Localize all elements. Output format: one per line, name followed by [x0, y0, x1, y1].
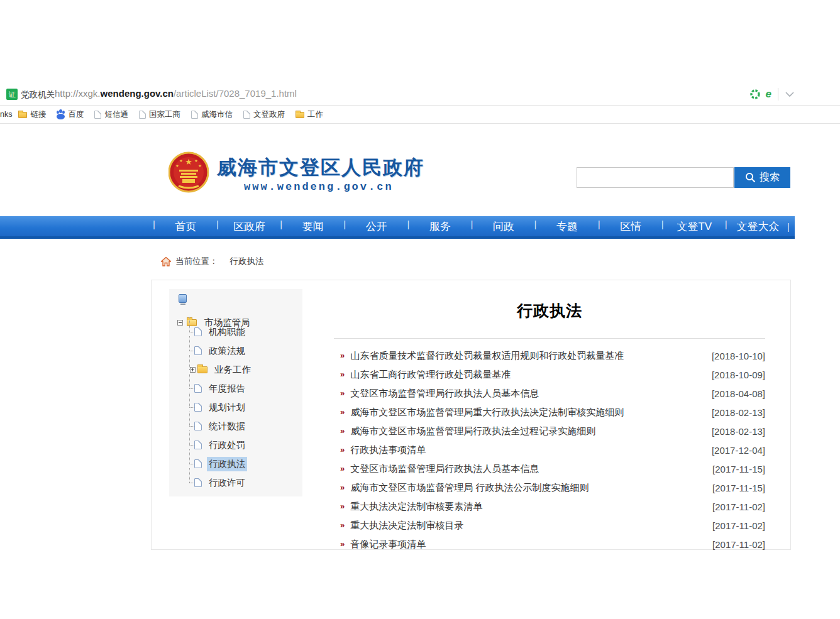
arrow-bullet-icon: [340, 520, 345, 530]
article-title-link[interactable]: 文登区市场监督管理局行政执法人员基本信息: [350, 388, 712, 400]
article-row: 行政执法事项清单 [2017-12-04]: [334, 441, 765, 459]
tree-connector: [185, 398, 194, 417]
article-list: 山东省质量技术监督行政处罚裁量权适用规则和行政处罚裁量基准 [2018-10-1…: [334, 346, 765, 554]
article-title-link[interactable]: 重大执法决定法制审核要素清单: [350, 501, 712, 513]
bookmark-label: 工作: [307, 109, 323, 120]
tree-connector: [185, 473, 194, 492]
nav-item[interactable]: 问政: [472, 216, 535, 236]
article-title-link[interactable]: 威海市文登区市场监督管理局行政执法全过程记录实施细则: [350, 425, 712, 437]
bookmark-item[interactable]: 威海市信: [191, 109, 233, 120]
address-bar-icons: e: [749, 88, 795, 101]
article-title-link[interactable]: 文登区市场监督管理局行政执法人员基本信息: [350, 463, 712, 475]
bookmark-item[interactable]: 短信通: [94, 109, 128, 120]
bookmark-label: 文登政府: [253, 109, 285, 120]
article-title-link[interactable]: 山东省质量技术监督行政处罚裁量权适用规则和行政处罚裁量基准: [350, 350, 712, 362]
breadcrumb-current[interactable]: 行政执法: [230, 256, 264, 267]
expand-plus-icon[interactable]: [190, 367, 196, 373]
article-date: [2018-02-13]: [712, 407, 765, 418]
bookmark-label: 百度: [68, 109, 84, 120]
article-title-link[interactable]: 威海市文登区市场监督管理局 行政执法公示制度实施细则: [350, 482, 712, 494]
bookmark-label: 威海市信: [201, 109, 233, 120]
bookmark-label: 链接: [30, 109, 46, 120]
nav-item[interactable]: 文登TV: [663, 216, 726, 236]
nav-item-label: 文登TV: [677, 219, 712, 234]
nav-item[interactable]: 公开: [345, 216, 408, 236]
article-date: [2017-11-02]: [712, 520, 765, 531]
nav-item[interactable]: 要闻: [281, 216, 345, 236]
computer-root-icon[interactable]: [179, 294, 187, 303]
nav-item[interactable]: 文登大众: [726, 216, 790, 236]
search-button[interactable]: 搜索: [734, 167, 790, 188]
nav-item-label: 区情: [620, 219, 641, 234]
arrow-bullet-icon: [340, 351, 345, 360]
article-date: [2018-02-13]: [712, 426, 765, 437]
arrow-bullet-icon: [340, 426, 345, 435]
bookmark-item[interactable]: 链接: [18, 109, 46, 120]
bookmark-label: 国家工商: [149, 109, 180, 120]
search-input[interactable]: [577, 167, 734, 188]
article-title-link[interactable]: 威海市文登区市场监督管理局重大行政执法决定法制审核实施细则: [350, 407, 712, 419]
article-date: [2017-11-15]: [712, 464, 765, 474]
tree-item-label: 政策法规: [207, 344, 247, 358]
tree-item-icon: [194, 384, 202, 393]
search-button-label: 搜索: [760, 171, 780, 184]
chevron-down-icon[interactable]: [785, 90, 795, 98]
url-prefix: http://xxgk.: [55, 88, 101, 99]
article-title-link[interactable]: 音像记录事项清单: [350, 539, 712, 551]
tree-item-label: 规划计划: [207, 400, 247, 415]
url-field[interactable]: http://xxgk.wendeng.gov.cn/articleList/7…: [55, 88, 297, 99]
breadcrumb: 当前位置： 行政执法: [161, 256, 264, 267]
bookmark-item[interactable]: 百度: [57, 109, 84, 120]
compatibility-mode-icon[interactable]: e: [766, 89, 771, 100]
tree-item-icon: [194, 422, 202, 430]
nav-item-label: 首页: [175, 219, 197, 234]
site-title: 威海市文登区人民政府: [217, 155, 424, 181]
article-row: 音像记录事项清单 [2017-11-02]: [334, 535, 765, 554]
svg-text:★: ★: [185, 157, 192, 167]
speed-mode-icon[interactable]: [749, 89, 761, 100]
divider: [778, 88, 778, 101]
tree-item-icon: [197, 366, 207, 373]
nav-item[interactable]: 专题: [536, 216, 599, 236]
article-title-link[interactable]: 行政执法事项清单: [350, 444, 712, 456]
bookmark-truncated-label[interactable]: nks: [0, 110, 12, 119]
address-bar: 证 党政机关 http://xxgk.wendeng.gov.cn/articl…: [0, 84, 840, 105]
tree-item[interactable]: 行政许可: [169, 473, 302, 492]
bookmark-item[interactable]: 文登政府: [243, 109, 285, 120]
tree-item-label: 机构职能: [207, 325, 247, 339]
tree-item-icon: [194, 459, 202, 468]
article-title-link[interactable]: 山东省工商行政管理行政处罚裁量基准: [350, 369, 712, 381]
page-title: 行政执法: [334, 300, 765, 321]
folder-icon: [296, 112, 304, 118]
page-icon: [94, 111, 101, 119]
article-row: 重大执法决定法制审核要素清单 [2017-11-02]: [334, 497, 765, 516]
article-row: 山东省工商行政管理行政处罚裁量基准 [2018-10-09]: [334, 365, 765, 384]
bookmark-item[interactable]: 工作: [296, 109, 323, 120]
search-icon: [745, 172, 756, 183]
national-emblem-logo: ★ ★ ★ ★ ★: [169, 151, 209, 194]
folder-icon: [18, 112, 27, 118]
article-row: 山东省质量技术监督行政处罚裁量权适用规则和行政处罚裁量基准 [2018-10-1…: [334, 346, 765, 365]
article-date: [2017-11-15]: [712, 483, 765, 493]
tree-item-label: 统计数据: [207, 419, 247, 434]
tree-item-label: 年度报告: [207, 381, 247, 396]
tree-item-icon: [194, 327, 202, 336]
nav-item[interactable]: 区情: [599, 216, 663, 236]
bookmark-item[interactable]: 国家工商: [139, 109, 180, 120]
browser-window: 证 党政机关 http://xxgk.wendeng.gov.cn/articl…: [0, 0, 840, 619]
article-title-link[interactable]: 重大执法决定法制审核目录: [350, 520, 712, 532]
svg-text:★: ★: [198, 164, 201, 168]
article-panel: 行政执法 山东省质量技术监督行政处罚裁量权适用规则和行政处罚裁量基准 [2018…: [334, 280, 765, 554]
nav-item-label: 区政府: [233, 219, 265, 234]
nav-item[interactable]: 首页: [154, 216, 218, 236]
tree-connector: [185, 435, 194, 454]
article-row: 文登区市场监督管理局行政执法人员基本信息 [2017-11-15]: [334, 459, 765, 478]
home-icon[interactable]: [161, 257, 171, 266]
nav-item[interactable]: 服务: [408, 216, 472, 236]
site-cert-badge-icon: 证: [6, 89, 18, 100]
nav-item[interactable]: 区政府: [218, 216, 281, 236]
site-url-text: www.wendeng.gov.cn: [244, 181, 394, 193]
nav-item-label: 专题: [556, 219, 578, 234]
url-domain: wendeng.gov.cn: [101, 88, 174, 99]
article-row: 威海市文登区市场监督管理局 行政执法公示制度实施细则 [2017-11-15]: [334, 478, 765, 497]
